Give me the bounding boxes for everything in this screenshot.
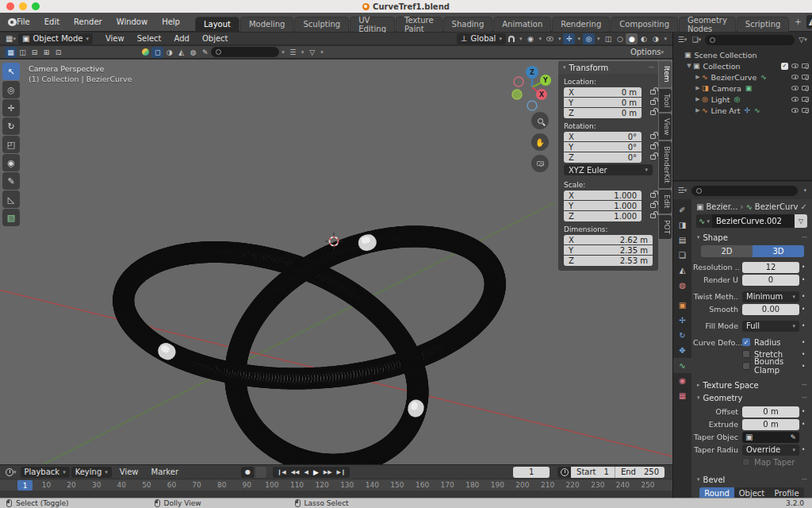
outliner-display-mode-button[interactable]: ❏▾ <box>691 34 703 45</box>
fake-user-shield-button[interactable]: ▽ <box>795 214 807 228</box>
select-mode-new-button[interactable]: ▦ <box>5 47 17 58</box>
sidebar-tab-blenderkit[interactable]: BlenderKit <box>659 141 672 188</box>
hide-in-viewport-toggle[interactable] <box>791 75 799 79</box>
transform-orientation-dropdown[interactable]: ⊥Global▾ <box>457 33 506 44</box>
snap-dropdown[interactable]: ▾ <box>517 33 525 44</box>
shading-dropdown[interactable]: ▾ <box>661 33 669 44</box>
resolution-u-field[interactable]: 12 <box>742 262 799 273</box>
animate-dot[interactable]: • <box>799 339 807 346</box>
workspace-tab-rendering[interactable]: Rendering <box>552 17 610 32</box>
play-reverse-button[interactable]: ◀ <box>302 469 311 475</box>
properties-view-layer-tab[interactable]: ❏ <box>673 248 691 263</box>
select-mode-subtract-button[interactable]: ⊟ <box>29 47 40 58</box>
proportional-editing-toggle[interactable]: ◉ <box>524 33 536 44</box>
animate-dot[interactable]: • <box>799 446 807 453</box>
geometry-offset-field[interactable]: 0 m <box>742 406 799 418</box>
measure-tool[interactable]: ◺ <box>2 190 20 208</box>
outliner-row-beziercurve[interactable]: ▶∿BezierCurve∿ <box>673 71 812 83</box>
breadcrumb-object[interactable]: Bezier... <box>706 202 737 211</box>
shading-solid-button[interactable]: ● <box>626 33 638 44</box>
snap-toggle[interactable] <box>506 33 517 44</box>
workspace-tab-uv-editing[interactable]: UV Editing <box>350 17 395 32</box>
scale-x-field[interactable]: X1.000 <box>564 190 642 201</box>
viewport-menu-select[interactable]: Select <box>131 34 168 43</box>
topbar-menu-edit[interactable]: Edit <box>37 15 67 29</box>
blenderkit-scene-button[interactable]: ◭ <box>175 47 187 58</box>
animate-dot[interactable]: • <box>799 363 807 370</box>
scene-icon[interactable]: ◭▾ <box>806 15 812 29</box>
jump-to-start-button[interactable]: ❙◀ <box>274 469 288 475</box>
properties-material-tab[interactable]: ◉ <box>673 373 691 388</box>
workspace-tab-scripting[interactable]: Scripting <box>737 17 789 32</box>
current-frame-field[interactable]: 1 <box>513 467 550 478</box>
blenderkit-list-button[interactable]: ☰ <box>287 47 299 58</box>
blenderkit-logo-icon[interactable] <box>140 47 151 58</box>
transform-panel-header[interactable]: ▾Transform···· <box>558 61 658 74</box>
blenderkit-material-button[interactable]: ◑ <box>163 47 175 58</box>
dimensions-y-field[interactable]: Y2.35 m <box>564 245 653 256</box>
outliner-row-collection[interactable]: ▼▣Collection✓ <box>673 60 812 71</box>
bevel-round-button[interactable]: Round <box>699 487 734 498</box>
eyedropper-icon[interactable]: ✎ <box>790 433 796 441</box>
lock-icon[interactable] <box>650 110 656 115</box>
xray-toggle[interactable]: ◫ <box>602 33 614 44</box>
visibility-dropdown[interactable] <box>544 33 556 44</box>
animate-dot[interactable]: • <box>799 264 807 271</box>
toggle-3d-button[interactable]: 3D <box>753 245 804 257</box>
outliner-editor-type-button[interactable]: ☰▾ <box>676 34 688 45</box>
dimensions-x-field[interactable]: X2.62 m <box>564 235 653 245</box>
viewport-3d[interactable]: ↖◎✛↻◰◉✎◺▧ Camera Perspective (1) Collect… <box>0 60 672 464</box>
gizmo-y-axis[interactable]: Y <box>542 77 548 84</box>
prev-keyframe-button[interactable]: ◀◀ <box>289 469 302 475</box>
expander-icon[interactable]: ▶ <box>694 107 702 114</box>
scale-tool[interactable]: ◰ <box>2 136 20 153</box>
fill-mode-dropdown[interactable]: Full▾ <box>742 321 799 332</box>
zoom-view-button[interactable] <box>531 112 549 129</box>
topbar-menu-window[interactable]: Window <box>109 15 155 29</box>
properties-physics-tab[interactable]: ↻ <box>673 328 691 343</box>
move-tool[interactable]: ✛ <box>2 99 20 117</box>
transform-tool[interactable]: ◉ <box>2 154 20 171</box>
location-x-field[interactable]: X0 m <box>564 87 642 98</box>
animate-dot[interactable]: • <box>799 421 807 428</box>
workspace-tab-shading[interactable]: Shading <box>443 17 493 32</box>
gizmo-x-axis[interactable]: X <box>539 91 545 98</box>
properties-object-tab[interactable]: ▣ <box>673 298 691 313</box>
hide-in-viewport-toggle[interactable] <box>791 97 799 102</box>
sidebar-tab-view[interactable]: View <box>659 114 672 140</box>
add-cube-tool[interactable]: ▧ <box>2 209 20 226</box>
blenderkit-search-chevron[interactable]: ▾ <box>279 47 287 58</box>
workspace-tab-compositing[interactable]: Compositing <box>611 17 678 32</box>
workspace-tab-animation[interactable]: Animation <box>493 17 551 32</box>
expander-icon[interactable]: ▼ <box>685 63 693 69</box>
disable-in-renders-toggle[interactable] <box>802 64 809 68</box>
gizmo-minus-y-axis[interactable] <box>512 90 522 99</box>
outliner-row-line-art[interactable]: ▶∿Line Art✢∿ <box>673 105 812 116</box>
playhead-frame-badge[interactable]: 1 <box>17 480 33 491</box>
jump-to-end-button[interactable]: ▶❙ <box>335 469 348 475</box>
gizmo-minus-x-axis[interactable] <box>514 77 523 87</box>
workspace-tab-layout[interactable]: Layout <box>195 17 239 32</box>
end-frame-field[interactable]: End250 <box>615 467 665 478</box>
shape-panel-header[interactable]: ▾Shape···· <box>691 231 812 244</box>
lock-icon[interactable] <box>650 203 656 208</box>
bevel-panel-header[interactable]: ▾Bevel···· <box>691 473 812 486</box>
timeline-track-area[interactable] <box>0 491 672 498</box>
breadcrumb-data[interactable]: BezierCurv <box>755 202 799 211</box>
hide-in-viewport-toggle[interactable] <box>791 86 799 90</box>
properties-output-tab[interactable]: ▤ <box>673 233 691 248</box>
sidebar-tab-tool[interactable]: Tool <box>659 89 672 112</box>
radius-checkbox[interactable]: ✓ <box>742 338 750 346</box>
animate-dot[interactable]: • <box>799 322 807 329</box>
sidebar-tab-item[interactable]: Item <box>659 61 672 87</box>
gizmo-minus-z-axis[interactable] <box>527 101 537 110</box>
properties-constraints-tab[interactable]: ✥ <box>673 343 691 358</box>
camera-view-button[interactable] <box>531 155 549 172</box>
workspace-tab-geometry-nodes[interactable]: Geometry Nodes <box>679 17 736 32</box>
topbar-menu-render[interactable]: Render <box>67 15 109 29</box>
sidebar-tab-pot[interactable]: POT <box>659 215 672 239</box>
twist-smooth-field[interactable]: 0.00 <box>742 304 799 315</box>
lock-icon[interactable] <box>650 134 656 139</box>
shading-material-button[interactable]: ◐ <box>638 33 649 44</box>
curve-data-dropdown[interactable]: ∿▾ <box>696 214 712 228</box>
